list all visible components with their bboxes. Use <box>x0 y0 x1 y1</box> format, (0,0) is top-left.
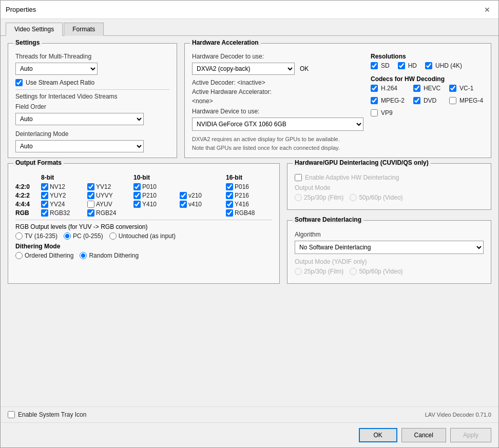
codec-mpeg2-checkbox[interactable] <box>371 97 378 104</box>
col-header-10bit: 10-bit <box>133 174 180 181</box>
cb-v210-checkbox[interactable] <box>180 192 187 199</box>
sw-deinterlacing-panel: Software Deinterlacing Algorithm No Soft… <box>287 220 491 284</box>
cb-uyvy-checkbox[interactable] <box>87 192 94 199</box>
decoder-label: Hardware Decoder to use: <box>192 53 363 60</box>
hw-film-radio[interactable] <box>295 194 302 201</box>
cb-p210-checkbox[interactable] <box>133 192 141 199</box>
codec-hevc-checkbox[interactable] <box>413 85 420 92</box>
close-button[interactable]: ✕ <box>481 4 493 16</box>
cb-yv24-checkbox[interactable] <box>41 201 48 208</box>
dithering-section: Dithering Mode Ordered Dithering Random … <box>15 243 272 259</box>
enable-adaptive-row: Enable Adaptive HW Deinterlacing <box>295 174 484 181</box>
codec-vc1-checkbox[interactable] <box>449 85 456 92</box>
res-hd: HD <box>398 62 417 69</box>
interlaced-label: Settings for Interlaced Video Streams <box>15 93 169 100</box>
codec-vp9: VP9 <box>371 109 405 116</box>
enable-tray-icon-checkbox[interactable] <box>8 411 15 418</box>
yuv-untouched-radio[interactable] <box>109 232 117 240</box>
codec-hevc: HEVC <box>413 85 441 92</box>
cb-p216: P216 <box>226 192 272 199</box>
deinterlacing-mode-select[interactable]: Auto <box>15 140 144 152</box>
title-bar: Properties ✕ <box>1 1 498 19</box>
hw-output-mode-label: Output Mode <box>295 184 484 191</box>
cb-y410-checkbox[interactable] <box>133 201 141 208</box>
field-order-label: Field Order <box>15 103 169 110</box>
codec-dvd-checkbox[interactable] <box>413 97 420 104</box>
window-title: Properties <box>6 6 36 13</box>
apply-button[interactable]: Apply <box>450 428 491 442</box>
use-stream-aspect-checkbox[interactable] <box>15 79 23 86</box>
version-label: LAV Video Decoder 0.71.0 <box>425 412 491 418</box>
active-decoder-row: Active Decoder: <inactive> <box>192 79 363 86</box>
hw-decoder-select[interactable]: DXVA2 (copy-back) <box>192 63 295 75</box>
codec-dvd: DVD <box>413 97 441 104</box>
res-uhd-checkbox[interactable] <box>425 62 432 69</box>
codec-vp9-checkbox[interactable] <box>371 109 378 116</box>
codec-mpeg2: MPEG-2 <box>371 97 405 104</box>
cb-rgb32-checkbox[interactable] <box>41 209 48 217</box>
sw-algorithm-label: Algorithm <box>295 231 484 238</box>
cancel-button[interactable]: Cancel <box>401 428 446 442</box>
cb-p010-checkbox[interactable] <box>133 183 141 190</box>
bottom-buttons: OK Cancel Apply <box>1 422 498 447</box>
deinterlacing-mode-label: Deinterlacing Mode <box>15 130 169 138</box>
row-label-422: 4:2:2 <box>15 192 41 199</box>
cb-v410-checkbox[interactable] <box>180 201 187 208</box>
field-order-select[interactable]: Auto <box>15 113 144 125</box>
yuv-tv-radio[interactable] <box>15 232 23 240</box>
cb-y416-checkbox[interactable] <box>226 201 233 208</box>
cb-p210: P210 <box>133 192 180 199</box>
dithering-random: Random Dithering <box>80 252 139 259</box>
tab-formats[interactable]: Formats <box>64 23 104 36</box>
sw-film-radio[interactable] <box>295 268 302 275</box>
dithering-random-radio[interactable] <box>80 252 87 259</box>
hw-gpu-deinterlacing-panel: Hardware/GPU Deinterlacing (CUVID/QS onl… <box>287 163 491 210</box>
codec-mpeg4-checkbox[interactable] <box>449 97 456 104</box>
res-sd-checkbox[interactable] <box>371 62 378 69</box>
cb-p016-checkbox[interactable] <box>226 183 233 190</box>
cb-yuy2-checkbox[interactable] <box>41 192 48 199</box>
hw-output-mode-group: 25p/30p (Film) 50p/60p (Video) <box>295 194 484 201</box>
yuv-tv-option: TV (16-235) <box>15 232 57 240</box>
cb-yv12-checkbox[interactable] <box>87 183 94 190</box>
cb-y416: Y416 <box>226 201 272 208</box>
hw-device-select[interactable]: NVIDIA GeForce GTX 1060 6GB <box>192 118 363 131</box>
note-text: DXVA2 requires an active display for GPU… <box>192 135 363 152</box>
codecs-title: Codecs for HW Decoding <box>371 75 484 83</box>
sw-algorithm-select[interactable]: No Software Deinterlacing <box>295 241 484 254</box>
sw-video-radio[interactable] <box>350 268 357 275</box>
cb-rgb24: RGB24 <box>87 209 133 217</box>
cb-nv12-checkbox[interactable] <box>41 183 48 190</box>
enable-adaptive-checkbox[interactable] <box>295 174 302 181</box>
cb-p216-checkbox[interactable] <box>226 192 233 199</box>
sw-output-mode-label: Output Mode (YADIF only) <box>295 258 484 265</box>
hw-device-label: Hardware Device to use: <box>192 108 363 115</box>
yuv-pc-radio[interactable] <box>64 232 71 240</box>
res-sd: SD <box>371 62 390 69</box>
ok-button[interactable]: OK <box>359 428 397 442</box>
dithering-ordered: Ordered Dithering <box>15 252 73 259</box>
resolutions-title: Resolutions <box>371 53 484 60</box>
codec-h264-checkbox[interactable] <box>371 85 378 92</box>
hw-gpu-deint-title: Hardware/GPU Deinterlacing (CUVID/QS onl… <box>293 159 431 166</box>
footer: Enable System Tray Icon LAV Video Decode… <box>1 406 498 422</box>
cb-rgb48-checkbox[interactable] <box>226 209 233 217</box>
tab-video-settings[interactable]: Video Settings <box>6 23 63 36</box>
dithering-radio-group: Ordered Dithering Random Dithering <box>15 252 272 259</box>
col-header-16bit: 16-bit <box>226 174 272 181</box>
hw-video-radio[interactable] <box>350 194 357 201</box>
yuv-untouched-option: Untouched (as input) <box>109 232 176 240</box>
top-panels: Settings Threads for Multi-Threading Aut… <box>8 43 491 158</box>
cb-ayuv-checkbox[interactable] <box>87 201 94 208</box>
decoder-ok-label: OK <box>300 65 309 72</box>
sw-output-mode-group: 25p/30p (Film) 50p/60p (Video) <box>295 268 484 275</box>
hw-panel-title: Hardware Acceleration <box>190 39 261 46</box>
dithering-ordered-radio[interactable] <box>15 252 23 259</box>
threads-select[interactable]: Auto <box>15 63 98 75</box>
cb-v410: v410 <box>180 201 226 208</box>
cb-p010: P010 <box>133 183 180 190</box>
settings-panel-title: Settings <box>13 39 42 46</box>
res-hd-checkbox[interactable] <box>398 62 405 69</box>
tab-bar: Video Settings Formats <box>1 19 498 36</box>
cb-rgb24-checkbox[interactable] <box>87 209 94 217</box>
